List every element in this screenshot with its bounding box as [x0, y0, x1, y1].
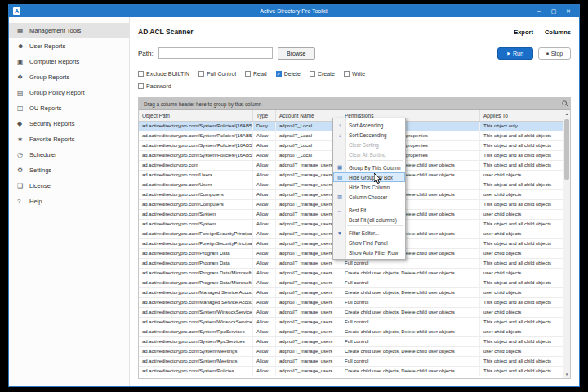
context-menu-item[interactable]: ↔ Best Fit: [333, 205, 405, 215]
cell-account-name: adpro\IT_manage_users: [276, 278, 341, 287]
sidebar-item[interactable]: ◷ Scheduler: [9, 147, 129, 163]
cell-applies-to: This object and all child objects: [480, 337, 563, 346]
table-row[interactable]: ad.activedirectorypro.com/System/Meeting…: [139, 347, 563, 357]
sidebar-item-label: Settings: [29, 167, 51, 174]
cell-object-path: ad.activedirectorypro.com: [139, 161, 253, 170]
context-menu-item[interactable]: Best Fit (all columns): [333, 215, 405, 225]
window-title: Active Directory Pro Toolkit: [9, 8, 579, 14]
table-row[interactable]: ad.activedirectorypro.com/System/Winsock…: [139, 308, 563, 318]
cell-applies-to: This object and all child objects: [480, 357, 563, 366]
sidebar-item[interactable]: ❏ License: [9, 178, 129, 194]
table-row[interactable]: ad.activedirectorypro.com/Program Data/M…: [139, 269, 563, 278]
context-menu-item[interactable]: Show Auto Filter Row: [333, 247, 405, 257]
sidebar-item[interactable]: ▤ Group Policy Report: [9, 85, 129, 100]
cell-permissions: Create child user objects, Delete child …: [341, 308, 480, 317]
context-menu-item[interactable]: Show Find Panel: [333, 238, 405, 247]
checkbox[interactable]: [310, 71, 315, 77]
sidebar-item-label: License: [29, 182, 51, 189]
cell-object-path: ad.activedirectorypro.com/System/RpcServ…: [139, 327, 253, 336]
context-menu-item[interactable]: Clear All Sorting: [333, 149, 405, 159]
stop-button[interactable]: ■ Stop: [538, 47, 571, 60]
sidebar-item[interactable]: ◫ OU Reports: [9, 100, 129, 116]
checkbox[interactable]: [344, 71, 350, 77]
cell-object-path: ad.activedirectorypro.com/Users: [139, 171, 253, 180]
context-menu-item[interactable]: ↓ Sort Descending: [333, 130, 405, 140]
checkbox[interactable]: [245, 71, 251, 77]
cell-account-name: adpro\IT_manage_users: [276, 229, 341, 238]
cell-type: Allow: [253, 327, 276, 336]
cell-object-path: ad.activedirectorypro.com/System/Policie…: [139, 367, 253, 376]
context-menu-item[interactable]: ▦ Group By This Column: [333, 163, 405, 172]
context-menu-item[interactable]: ▨ Hide Group By Box: [333, 172, 405, 182]
scroll-thumb[interactable]: [564, 119, 569, 180]
cell-account-name: adpro\IT_manage_users: [276, 239, 341, 248]
sidebar-item[interactable]: ▣ Computer Reports: [9, 54, 129, 69]
scroll-up-button[interactable]: [564, 110, 570, 118]
table-row[interactable]: ad.activedirectorypro.com/System/Meeting…: [139, 357, 563, 367]
checkbox-option[interactable]: Exclude BUILTIN: [138, 71, 189, 77]
table-row[interactable]: ad.activedirectorypro.com/System/RpcServ…: [139, 337, 563, 347]
table-row[interactable]: ad.activedirectorypro.com/Program Data A…: [139, 259, 563, 269]
sidebar-item[interactable]: ? Help: [9, 194, 129, 209]
checkbox-option[interactable]: Full Control: [198, 71, 236, 77]
context-menu-item[interactable]: Clear Sorting: [333, 140, 405, 149]
sidebar-item[interactable]: ❖ Group Reports: [9, 69, 129, 85]
cell-type: Allow: [253, 239, 276, 248]
table-row[interactable]: ad.activedirectorypro.com/Program Data/M…: [139, 278, 563, 288]
checkbox-option[interactable]: Create: [310, 71, 335, 77]
checkbox[interactable]: [198, 71, 204, 77]
sidebar-item[interactable]: ◆ Security Reports: [9, 116, 129, 131]
cell-applies-to: user child objects: [480, 327, 563, 336]
scroll-down-button[interactable]: [564, 371, 570, 378]
browse-button[interactable]: Browse: [278, 47, 315, 60]
table-row[interactable]: ad.activedirectorypro.com/Managed Servic…: [139, 298, 563, 308]
checkbox-option[interactable]: Read: [245, 71, 267, 77]
sidebar-item[interactable]: ⚙ Settings: [9, 163, 129, 178]
cell-object-path: ad.activedirectorypro.com/System/Policie…: [139, 141, 253, 150]
checkbox[interactable]: [138, 83, 144, 89]
column-header-type[interactable]: Type: [253, 110, 276, 121]
cell-object-path: ad.activedirectorypro.com/Program Data/M…: [139, 269, 253, 278]
table-row[interactable]: ad.activedirectorypro.com/System/Policie…: [139, 367, 563, 376]
checkbox-option[interactable]: Delete: [276, 71, 301, 77]
run-button[interactable]: ▶ Run: [497, 47, 533, 60]
checkbox[interactable]: [138, 71, 144, 77]
column-header-object-path[interactable]: Object Path: [139, 110, 253, 121]
table-row[interactable]: ad.activedirectorypro.com/System/Winsock…: [139, 318, 563, 327]
vertical-scrollbar[interactable]: [563, 110, 570, 378]
sidebar-item-label: Management Tools: [29, 27, 81, 34]
checkbox-option[interactable]: Password: [138, 83, 172, 89]
table-row[interactable]: ad.activedirectorypro.com/Managed Servic…: [139, 288, 563, 298]
table-row[interactable]: ad.activedirectorypro.com/System/RpcServ…: [139, 327, 563, 337]
context-menu-item[interactable]: ↑ Sort Ascending: [333, 120, 405, 130]
columns-button[interactable]: Columns: [545, 29, 571, 36]
checkbox-label: Delete: [284, 71, 301, 77]
sidebar-item-icon: ❖: [17, 74, 27, 81]
checkbox[interactable]: [276, 71, 282, 77]
context-menu-item[interactable]: Hide This Column: [333, 182, 405, 192]
search-icon[interactable]: [562, 100, 568, 108]
export-button[interactable]: Export: [514, 29, 533, 36]
cell-applies-to: user child objects: [480, 347, 563, 356]
close-button[interactable]: ✕: [564, 5, 572, 17]
context-menu-item[interactable]: ▥ Column Chooser: [333, 192, 405, 202]
path-input[interactable]: [158, 47, 273, 59]
sidebar-item[interactable]: ★ Favorite Reports: [9, 131, 129, 147]
cell-applies-to: This object and all child objects: [480, 141, 563, 150]
cell-applies-to: user child objects: [480, 308, 563, 317]
menu-item-label: Group By This Column: [349, 165, 401, 171]
context-menu-item[interactable]: ▼ Filter Editor...: [333, 228, 405, 238]
sidebar-item[interactable]: ▦ Management Tools: [9, 23, 129, 38]
cell-type: Allow: [253, 347, 276, 356]
header-links: Export Columns: [514, 29, 571, 36]
cell-account-name: adpro\IT_manage_users: [276, 269, 341, 278]
maximize-button[interactable]: ▢: [550, 5, 558, 17]
column-header-applies-to[interactable]: Applies To: [480, 110, 563, 121]
cell-account-name: adpro\IT_manage_users: [276, 259, 341, 268]
sidebar-item[interactable]: ☻ User Reports: [9, 38, 129, 54]
checkbox-option[interactable]: Write: [344, 71, 365, 77]
cell-account-name: adpro\IT_manage_users: [276, 357, 341, 366]
column-header-account-name[interactable]: Account Name: [276, 110, 341, 121]
minimize-button[interactable]: –: [535, 5, 543, 17]
menu-item-label: Clear All Sorting: [349, 152, 385, 158]
